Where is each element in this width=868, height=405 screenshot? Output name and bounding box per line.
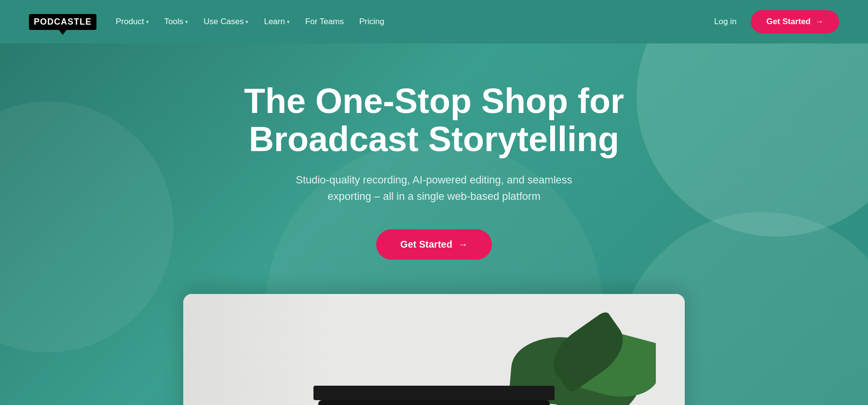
nav-link-pricing[interactable]: Pricing xyxy=(359,17,384,27)
nav-item-product[interactable]: Product ▾ xyxy=(116,17,149,27)
get-started-nav-button[interactable]: Get Started → xyxy=(751,10,839,33)
hero-section: The One-Stop Shop for Broadcast Storytel… xyxy=(0,43,868,405)
logo[interactable]: PODCASTLE xyxy=(29,14,96,30)
nav-right: Log in Get Started → xyxy=(714,10,839,33)
nav-link-learn[interactable]: Learn ▾ xyxy=(264,17,289,27)
chevron-icon: ▾ xyxy=(185,19,188,25)
logo-text: PODCASTLE xyxy=(29,14,96,30)
screenshot-inner xyxy=(183,294,685,405)
blob-top-right xyxy=(637,43,868,237)
shadow-overlay xyxy=(183,294,328,405)
nav-links: Product ▾ Tools ▾ Use Cases ▾ Learn xyxy=(116,17,384,27)
chevron-icon: ▾ xyxy=(287,19,290,25)
hero-content: The One-Stop Shop for Broadcast Storytel… xyxy=(234,82,634,260)
nav-left: PODCASTLE Product ▾ Tools ▾ Use Cases ▾ xyxy=(29,14,384,30)
nav-link-for-teams[interactable]: For Teams xyxy=(305,17,344,27)
navbar: PODCASTLE Product ▾ Tools ▾ Use Cases ▾ xyxy=(0,0,868,43)
nav-link-product[interactable]: Product ▾ xyxy=(116,17,149,27)
screenshot-card xyxy=(183,294,685,405)
chevron-icon: ▾ xyxy=(146,19,149,25)
device-mock xyxy=(318,400,550,405)
nav-item-for-teams[interactable]: For Teams xyxy=(305,17,344,27)
chevron-icon: ▾ xyxy=(245,19,248,25)
arrow-icon: → xyxy=(815,17,824,27)
nav-item-pricing[interactable]: Pricing xyxy=(359,17,384,27)
nav-item-use-cases[interactable]: Use Cases ▾ xyxy=(203,17,248,27)
nav-link-tools[interactable]: Tools ▾ xyxy=(164,17,189,27)
hero-title: The One-Stop Shop for Broadcast Storytel… xyxy=(244,82,624,158)
nav-item-learn[interactable]: Learn ▾ xyxy=(264,17,289,27)
blob-center-left xyxy=(0,101,174,352)
get-started-hero-button[interactable]: Get Started → xyxy=(376,229,492,260)
hero-subtitle: Studio-quality recording, AI-powered edi… xyxy=(285,172,583,205)
nav-link-use-cases[interactable]: Use Cases ▾ xyxy=(203,17,248,27)
device-screen xyxy=(313,386,555,400)
nav-item-tools[interactable]: Tools ▾ xyxy=(164,17,189,27)
login-button[interactable]: Log in xyxy=(714,17,736,27)
arrow-icon: → xyxy=(458,239,468,250)
